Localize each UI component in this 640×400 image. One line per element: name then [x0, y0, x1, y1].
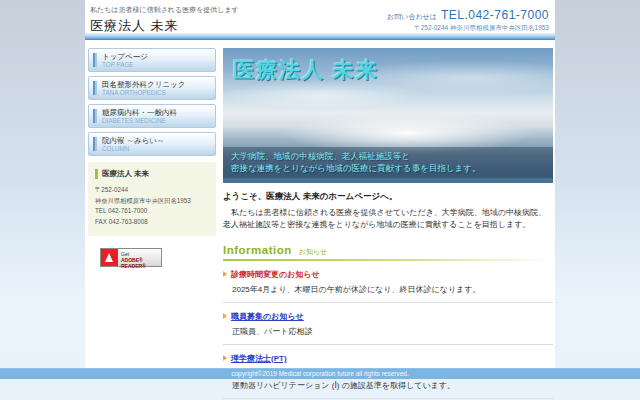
sidebar-item-tana-orthopedics[interactable]: 田名整形外科クリニック TANA ORTHOPEDICS	[88, 76, 216, 100]
welcome-heading: ようこそ、医療法人 未来のホームページへ。	[223, 191, 553, 203]
news-item: 職員募集のお知らせ 正職員、パート応相談	[223, 311, 553, 345]
news-divider	[223, 398, 553, 399]
news-title: 診療時間変更のお知らせ	[231, 269, 320, 280]
phone-number: TEL.042-761-7000	[441, 8, 549, 22]
body-columns: トップページ TOP PAGE 田名整形外科クリニック TANA ORTHOPE…	[85, 40, 555, 400]
news-link-recruitment[interactable]: 職員募集のお知らせ	[223, 311, 553, 322]
information-heading-row: Information お知らせ	[223, 244, 553, 257]
news-link-physical-therapist[interactable]: 理学療法士(PT)	[223, 353, 553, 364]
nav-sublabel: DIABETES MEDICINE	[102, 117, 177, 125]
news-body: 2025年4月より、木曜日の午前が休診になり、終日休診になります。	[232, 284, 553, 296]
contact-row: お問い合わせはTEL.042-761-7000	[387, 5, 549, 23]
news-link-schedule-change[interactable]: 診療時間変更のお知らせ	[223, 269, 553, 280]
contact-label: お問い合わせは	[387, 13, 437, 20]
footer-bar: copyright©2019 Medical corporation futur…	[0, 368, 640, 379]
site-header: 私たちは患者様に信頼される医療を提供します 医療法人 未来 お問い合わせはTEL…	[85, 0, 555, 33]
news-divider	[223, 302, 553, 303]
nav-label: 田名整形外科クリニック	[102, 80, 185, 89]
sidebar-item-diabetes-medicine[interactable]: 糖尿病内科・一般内科 DIABETES MEDICINE	[88, 104, 216, 128]
arrow-bullet-icon	[223, 271, 227, 277]
nav-label: 院内報 ～みらい～	[102, 136, 165, 145]
nav-label: トップページ	[102, 52, 148, 61]
information-subheading: お知らせ	[299, 247, 328, 257]
nav-accent-icon	[93, 109, 97, 123]
news-item: 診療時間変更のお知らせ 2025年4月より、木曜日の午前が休診になり、終日休診に…	[223, 269, 553, 303]
nav-sublabel: TOP PAGE	[102, 61, 148, 69]
content-column: 私たちは患者様に信頼される医療を提供します 医療法人 未来 お問い合わせはTEL…	[85, 0, 555, 368]
news-divider	[223, 344, 553, 345]
arrow-bullet-icon	[223, 313, 227, 319]
news-title: 職員募集のお知らせ	[231, 311, 304, 322]
main-content: 医療法人 未来 大学病院、地域の中核病院、老人福祉施設等と 密接な連携をとりなが…	[223, 48, 553, 400]
info-tel: TEL 042-761-7000	[95, 206, 209, 217]
sidebar: トップページ TOP PAGE 田名整形外科クリニック TANA ORTHOPE…	[88, 48, 216, 400]
information-heading: Information	[223, 244, 292, 256]
hero-caption: 大学病院、地域の中核病院、老人福祉施設等と 密接な連携をとりながら地域の医療に貢…	[223, 147, 553, 179]
news-body-line: 運動器リハビリテーション (Ⅰ) の施設基準を取得しています。	[232, 380, 553, 392]
hero-title: 医療法人 未来	[233, 56, 379, 84]
nav-sublabel: COLUMN	[102, 145, 165, 153]
sidebar-item-column[interactable]: 院内報 ～みらい～ COLUMN	[88, 132, 216, 156]
header-contact: お問い合わせはTEL.042-761-7000 〒252-0244 神奈川県相模…	[387, 5, 549, 33]
arrow-bullet-icon	[223, 355, 227, 361]
nav-accent-icon	[93, 137, 97, 151]
nav-label: 糖尿病内科・一般内科	[102, 108, 177, 117]
adobe-pdf-icon	[101, 249, 118, 266]
news-title: 理学療法士(PT)	[231, 353, 287, 364]
news-list: 診療時間変更のお知らせ 2025年4月より、木曜日の午前が休診になり、終日休診に…	[223, 269, 553, 399]
get-adobe-reader-badge[interactable]: Get ADOBE® READER®	[100, 248, 162, 267]
page-background: 私たちは患者様に信頼される医療を提供します 医療法人 未来 お問い合わせはTEL…	[0, 0, 640, 400]
hero-caption-line2: 密接な連携をとりながら地域の医療に貢献する事を目指します。	[231, 162, 545, 175]
info-fax: FAX 042-763-8008	[95, 217, 209, 228]
hero-caption-line1: 大学病院、地域の中核病院、老人福祉施設等と	[231, 150, 545, 163]
hero-banner: 医療法人 未来 大学病院、地域の中核病院、老人福祉施設等と 密接な連携をとりなが…	[223, 48, 553, 183]
information-underline	[223, 259, 553, 261]
nav-accent-icon	[93, 81, 97, 95]
welcome-text: 私たちは患者様に信頼される医療を提供させていただき、大学病院、地域の中核病院、老…	[223, 207, 553, 232]
header-address: 〒252-0244 神奈川県相模原市中央区田名1953	[387, 24, 549, 33]
nav-sublabel: TANA ORTHOPEDICS	[102, 89, 185, 97]
adobe-reader-label: ADOBE® READER®	[121, 257, 161, 269]
contact-info-box: 医療法人 未来 〒252-0244 神奈川県相模原市中央区田名1953 TEL …	[88, 162, 216, 236]
news-body: 正職員、パート応相談	[232, 326, 553, 338]
info-box-title: 医療法人 未来	[95, 169, 209, 179]
nav-accent-icon	[93, 53, 97, 67]
copyright-text: copyright©2019 Medical corporation futur…	[0, 369, 640, 379]
info-postal: 〒252-0244	[95, 185, 209, 196]
sidebar-item-top-page[interactable]: トップページ TOP PAGE	[88, 48, 216, 72]
info-address: 神奈川県相模原市中央区田名1953	[95, 196, 209, 207]
